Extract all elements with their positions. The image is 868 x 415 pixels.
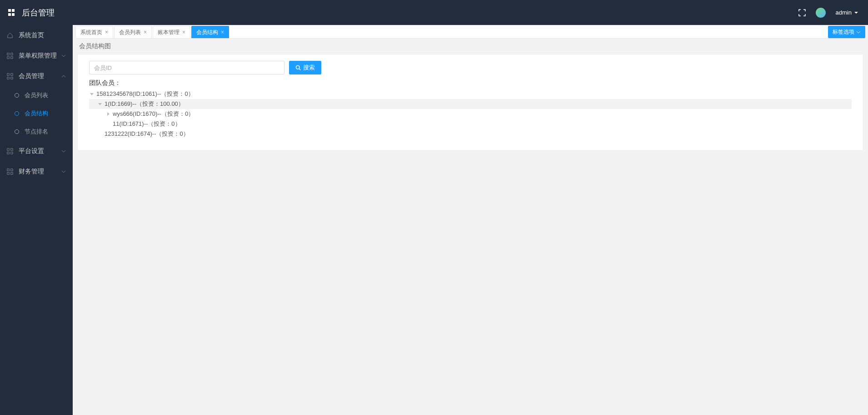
tab-label: 系统首页 [80, 29, 102, 36]
svg-rect-11 [11, 152, 13, 153]
tree-node-label: 15812345678(ID:1061)--（投资：0） [96, 89, 194, 99]
user-dropdown[interactable]: admin [836, 9, 858, 16]
sidebar-item-home[interactable]: 系统首页 [0, 25, 73, 45]
content-panel: 搜索 团队会员： 15812345678(ID:1061)--（投资：0）1(I… [77, 54, 863, 151]
close-icon[interactable]: × [144, 29, 147, 35]
svg-rect-5 [11, 73, 13, 75]
logo[interactable]: 后台管理 [0, 7, 73, 18]
svg-rect-1 [11, 53, 13, 54]
collapse-icon[interactable] [89, 91, 95, 97]
svg-rect-0 [7, 53, 9, 54]
chevron-down-icon [854, 12, 858, 14]
tab-member-structure[interactable]: 会员结构 × [191, 26, 229, 38]
tree-node[interactable]: 1(ID:1669)--（投资：100.00） [89, 99, 852, 109]
tab-label: 会员列表 [119, 29, 141, 36]
sidebar-item-label: 系统首页 [19, 31, 44, 40]
sidebar-item-member-mgmt[interactable]: 会员管理 [0, 66, 73, 86]
sidebar-item-label: 会员列表 [25, 91, 48, 99]
sidebar-item-label: 节点排名 [25, 128, 48, 136]
svg-rect-2 [7, 56, 9, 58]
tree-node[interactable]: wys666(ID:1670)--（投资：0） [89, 109, 852, 119]
tab-label: 账本管理 [158, 29, 180, 36]
grid-icon [7, 168, 13, 175]
tab-home[interactable]: 系统首页 × [75, 26, 113, 38]
tree-node-label: 11(ID:1671)--（投资：0） [113, 119, 181, 129]
chevron-down-icon [61, 169, 66, 174]
svg-point-16 [296, 66, 300, 69]
chevron-up-icon [61, 74, 66, 79]
tree-node-label: wys666(ID:1670)--（投资：0） [113, 109, 194, 119]
tab-ledger[interactable]: 账本管理 × [153, 26, 190, 38]
team-title: 团队会员： [89, 79, 852, 87]
svg-rect-4 [7, 73, 9, 75]
search-row: 搜索 [89, 61, 852, 74]
fullscreen-icon[interactable] [798, 9, 806, 16]
search-button-label: 搜索 [303, 64, 315, 72]
tree-node[interactable]: 1231222(ID:1674)--（投资：0） [89, 129, 852, 139]
grid-icon [7, 53, 13, 59]
tab-options-label: 标签选项 [833, 28, 854, 36]
tree-node[interactable]: 11(ID:1671)--（投资：0） [89, 119, 852, 129]
sidebar: 系统首页 菜单权限管理 会员管理 会员列表 会员结构 节点排名 平台设置 [0, 25, 73, 415]
chevron-down-icon [856, 30, 861, 35]
sidebar-sub-member-list[interactable]: 会员列表 [0, 86, 73, 104]
tab-member-list[interactable]: 会员列表 × [114, 26, 152, 38]
svg-rect-12 [7, 168, 9, 170]
tab-options-dropdown[interactable]: 标签选项 [828, 26, 865, 38]
sidebar-item-label: 会员结构 [25, 109, 48, 118]
grid-icon [7, 148, 13, 154]
header: 后台管理 admin [0, 0, 868, 25]
svg-rect-15 [11, 172, 13, 174]
svg-rect-13 [11, 168, 13, 170]
search-button[interactable]: 搜索 [289, 61, 321, 74]
sidebar-sub-member-structure[interactable]: 会员结构 [0, 104, 73, 123]
sidebar-item-label: 财务管理 [19, 168, 44, 176]
avatar[interactable] [816, 8, 826, 18]
close-icon[interactable]: × [105, 29, 108, 35]
grid-icon [7, 73, 13, 79]
user-name: admin [836, 9, 852, 16]
sidebar-item-label: 菜单权限管理 [19, 52, 57, 60]
svg-rect-3 [11, 56, 13, 58]
sidebar-item-platform-settings[interactable]: 平台设置 [0, 141, 73, 161]
sidebar-item-label: 平台设置 [19, 147, 44, 155]
main: 系统首页 × 会员列表 × 账本管理 × 会员结构 × 标签选项 会员结构图 [73, 25, 868, 415]
app-title: 后台管理 [22, 7, 55, 18]
circle-icon [14, 128, 20, 135]
search-icon [295, 65, 301, 70]
svg-rect-14 [7, 172, 9, 174]
svg-rect-8 [7, 148, 9, 150]
sidebar-sub-node-rank[interactable]: 节点排名 [0, 123, 73, 141]
close-icon[interactable]: × [221, 29, 224, 35]
close-icon[interactable]: × [182, 29, 185, 35]
tree-node[interactable]: 15812345678(ID:1061)--（投资：0） [89, 89, 852, 99]
tab-bar: 系统首页 × 会员列表 × 账本管理 × 会员结构 × 标签选项 [75, 26, 865, 39]
home-icon [7, 32, 13, 39]
tree-node-label: 1(ID:1669)--（投资：100.00） [105, 99, 184, 109]
chevron-down-icon [61, 149, 66, 153]
svg-rect-10 [7, 152, 9, 153]
member-tree: 15812345678(ID:1061)--（投资：0）1(ID:1669)--… [89, 89, 852, 139]
svg-rect-9 [11, 148, 13, 150]
svg-rect-6 [7, 77, 9, 79]
circle-icon [14, 110, 20, 117]
sidebar-item-menu-perm[interactable]: 菜单权限管理 [0, 45, 73, 66]
tab-label: 会员结构 [196, 29, 218, 36]
sidebar-item-label: 会员管理 [19, 72, 44, 80]
svg-rect-7 [11, 77, 13, 79]
sidebar-item-finance-mgmt[interactable]: 财务管理 [0, 161, 73, 182]
app-grid-icon [8, 9, 15, 16]
expand-icon[interactable] [105, 111, 111, 117]
member-id-input[interactable] [89, 61, 284, 74]
circle-icon [14, 92, 20, 99]
tree-node-label: 1231222(ID:1674)--（投资：0） [105, 129, 189, 139]
collapse-icon[interactable] [97, 101, 103, 107]
chevron-down-icon [61, 54, 66, 58]
page-title: 会员结构图 [73, 39, 868, 54]
